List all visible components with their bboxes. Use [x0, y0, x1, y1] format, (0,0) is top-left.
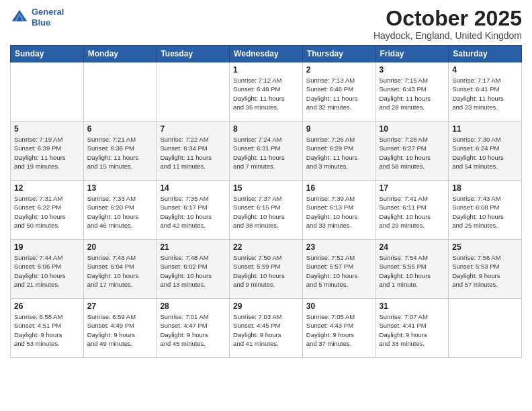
day-number: 1: [233, 65, 299, 75]
day-number: 21: [160, 242, 226, 252]
day-info: Sunrise: 6:58 AM Sunset: 4:51 PM Dayligh…: [14, 312, 80, 348]
day-number: 24: [380, 242, 445, 252]
calendar-cell: 15Sunrise: 7:37 AM Sunset: 6:15 PM Dayli…: [230, 181, 303, 240]
day-number: 14: [160, 183, 226, 193]
day-number: 19: [14, 242, 80, 252]
day-number: 29: [233, 302, 299, 311]
calendar-cell: 21Sunrise: 7:48 AM Sunset: 6:02 PM Dayli…: [157, 240, 230, 299]
day-number: 28: [160, 302, 226, 311]
day-number: 22: [233, 242, 299, 252]
day-number: 26: [14, 302, 80, 311]
day-number: 6: [87, 124, 153, 134]
day-number: 31: [380, 302, 445, 311]
week-row-5: 26Sunrise: 6:58 AM Sunset: 4:51 PM Dayli…: [11, 299, 522, 358]
day-info: Sunrise: 7:50 AM Sunset: 5:59 PM Dayligh…: [233, 253, 299, 289]
day-info: Sunrise: 7:44 AM Sunset: 6:06 PM Dayligh…: [14, 253, 80, 289]
day-info: Sunrise: 7:54 AM Sunset: 5:55 PM Dayligh…: [380, 253, 445, 289]
header: General Blue October 2025 Haydock, Engla…: [10, 7, 522, 41]
calendar-cell: 14Sunrise: 7:35 AM Sunset: 6:17 PM Dayli…: [157, 181, 230, 240]
calendar-cell: 19Sunrise: 7:44 AM Sunset: 6:06 PM Dayli…: [11, 240, 84, 299]
logo-line2: Blue: [32, 17, 64, 28]
logo: General Blue: [10, 7, 64, 28]
day-number: 30: [306, 302, 372, 311]
week-row-4: 19Sunrise: 7:44 AM Sunset: 6:06 PM Dayli…: [11, 240, 522, 299]
day-number: 5: [14, 124, 80, 134]
day-number: 3: [380, 65, 445, 75]
calendar-cell: 30Sunrise: 7:05 AM Sunset: 4:43 PM Dayli…: [302, 299, 375, 358]
calendar-cell: 22Sunrise: 7:50 AM Sunset: 5:59 PM Dayli…: [230, 240, 303, 299]
day-info: Sunrise: 7:41 AM Sunset: 6:11 PM Dayligh…: [380, 194, 445, 230]
weekday-header-tuesday: Tuesday: [157, 46, 230, 62]
day-info: Sunrise: 6:59 AM Sunset: 4:49 PM Dayligh…: [87, 312, 153, 348]
weekday-header-friday: Friday: [375, 46, 449, 62]
day-info: Sunrise: 7:52 AM Sunset: 5:57 PM Dayligh…: [306, 253, 372, 289]
calendar-cell: 6Sunrise: 7:21 AM Sunset: 6:36 PM Daylig…: [83, 122, 157, 181]
calendar-cell: 9Sunrise: 7:26 AM Sunset: 6:29 PM Daylig…: [302, 122, 375, 181]
calendar-cell: [83, 62, 157, 122]
day-number: 4: [452, 65, 518, 75]
calendar-cell: 25Sunrise: 7:56 AM Sunset: 5:53 PM Dayli…: [449, 240, 522, 299]
day-number: 18: [452, 183, 518, 193]
calendar: SundayMondayTuesdayWednesdayThursdayFrid…: [10, 45, 522, 358]
day-info: Sunrise: 7:12 AM Sunset: 6:48 PM Dayligh…: [233, 76, 299, 111]
day-info: Sunrise: 7:22 AM Sunset: 6:34 PM Dayligh…: [160, 135, 226, 171]
day-info: Sunrise: 7:05 AM Sunset: 4:43 PM Dayligh…: [306, 312, 372, 348]
week-row-2: 5Sunrise: 7:19 AM Sunset: 6:39 PM Daylig…: [11, 122, 522, 181]
calendar-cell: 1Sunrise: 7:12 AM Sunset: 6:48 PM Daylig…: [230, 62, 303, 122]
calendar-cell: 24Sunrise: 7:54 AM Sunset: 5:55 PM Dayli…: [375, 240, 449, 299]
day-number: 9: [306, 124, 372, 134]
day-info: Sunrise: 7:46 AM Sunset: 6:04 PM Dayligh…: [87, 253, 153, 289]
calendar-cell: 27Sunrise: 6:59 AM Sunset: 4:49 PM Dayli…: [83, 299, 157, 358]
weekday-header-row: SundayMondayTuesdayWednesdayThursdayFrid…: [11, 46, 522, 62]
day-number: 10: [380, 124, 445, 134]
calendar-cell: 8Sunrise: 7:24 AM Sunset: 6:31 PM Daylig…: [230, 122, 303, 181]
calendar-cell: 3Sunrise: 7:15 AM Sunset: 6:43 PM Daylig…: [375, 62, 449, 122]
calendar-cell: 7Sunrise: 7:22 AM Sunset: 6:34 PM Daylig…: [157, 122, 230, 181]
day-info: Sunrise: 7:30 AM Sunset: 6:24 PM Dayligh…: [452, 135, 518, 171]
day-info: Sunrise: 7:43 AM Sunset: 6:08 PM Dayligh…: [452, 194, 518, 230]
day-info: Sunrise: 7:24 AM Sunset: 6:31 PM Dayligh…: [233, 135, 299, 171]
day-info: Sunrise: 7:35 AM Sunset: 6:17 PM Dayligh…: [160, 194, 226, 230]
weekday-header-sunday: Sunday: [11, 46, 84, 62]
weekday-header-thursday: Thursday: [302, 46, 375, 62]
day-info: Sunrise: 7:39 AM Sunset: 6:13 PM Dayligh…: [306, 194, 372, 230]
day-info: Sunrise: 7:28 AM Sunset: 6:27 PM Dayligh…: [380, 135, 445, 171]
day-number: 12: [14, 183, 80, 193]
calendar-cell: [157, 62, 230, 122]
calendar-cell: 11Sunrise: 7:30 AM Sunset: 6:24 PM Dayli…: [449, 122, 522, 181]
day-info: Sunrise: 7:48 AM Sunset: 6:02 PM Dayligh…: [160, 253, 226, 289]
day-info: Sunrise: 7:17 AM Sunset: 6:41 PM Dayligh…: [452, 76, 518, 111]
day-info: Sunrise: 7:03 AM Sunset: 4:45 PM Dayligh…: [233, 312, 299, 348]
calendar-cell: 5Sunrise: 7:19 AM Sunset: 6:39 PM Daylig…: [11, 122, 84, 181]
weekday-header-monday: Monday: [83, 46, 157, 62]
calendar-cell: 13Sunrise: 7:33 AM Sunset: 6:20 PM Dayli…: [83, 181, 157, 240]
calendar-cell: 10Sunrise: 7:28 AM Sunset: 6:27 PM Dayli…: [375, 122, 449, 181]
day-info: Sunrise: 7:07 AM Sunset: 4:41 PM Dayligh…: [380, 312, 445, 348]
calendar-cell: 23Sunrise: 7:52 AM Sunset: 5:57 PM Dayli…: [302, 240, 375, 299]
day-info: Sunrise: 7:31 AM Sunset: 6:22 PM Dayligh…: [14, 194, 80, 230]
day-number: 27: [87, 302, 153, 311]
calendar-cell: 16Sunrise: 7:39 AM Sunset: 6:13 PM Dayli…: [302, 181, 375, 240]
calendar-cell: [449, 299, 522, 358]
day-number: 20: [87, 242, 153, 252]
day-number: 25: [452, 242, 518, 252]
week-row-3: 12Sunrise: 7:31 AM Sunset: 6:22 PM Dayli…: [11, 181, 522, 240]
calendar-cell: 31Sunrise: 7:07 AM Sunset: 4:41 PM Dayli…: [375, 299, 449, 358]
main-title: October 2025: [373, 7, 522, 30]
day-number: 8: [233, 124, 299, 134]
weekday-header-saturday: Saturday: [449, 46, 522, 62]
day-number: 15: [233, 183, 299, 193]
day-number: 2: [306, 65, 372, 75]
day-number: 16: [306, 183, 372, 193]
day-number: 23: [306, 242, 372, 252]
page: General Blue October 2025 Haydock, Engla…: [0, 0, 532, 411]
day-info: Sunrise: 7:19 AM Sunset: 6:39 PM Dayligh…: [14, 135, 80, 171]
calendar-cell: 17Sunrise: 7:41 AM Sunset: 6:11 PM Dayli…: [375, 181, 449, 240]
logo-text: General Blue: [32, 7, 64, 28]
calendar-cell: 2Sunrise: 7:13 AM Sunset: 6:46 PM Daylig…: [302, 62, 375, 122]
logo-icon: [10, 8, 29, 27]
calendar-cell: 29Sunrise: 7:03 AM Sunset: 4:45 PM Dayli…: [230, 299, 303, 358]
calendar-cell: 18Sunrise: 7:43 AM Sunset: 6:08 PM Dayli…: [449, 181, 522, 240]
calendar-cell: 4Sunrise: 7:17 AM Sunset: 6:41 PM Daylig…: [449, 62, 522, 122]
day-info: Sunrise: 7:26 AM Sunset: 6:29 PM Dayligh…: [306, 135, 372, 171]
